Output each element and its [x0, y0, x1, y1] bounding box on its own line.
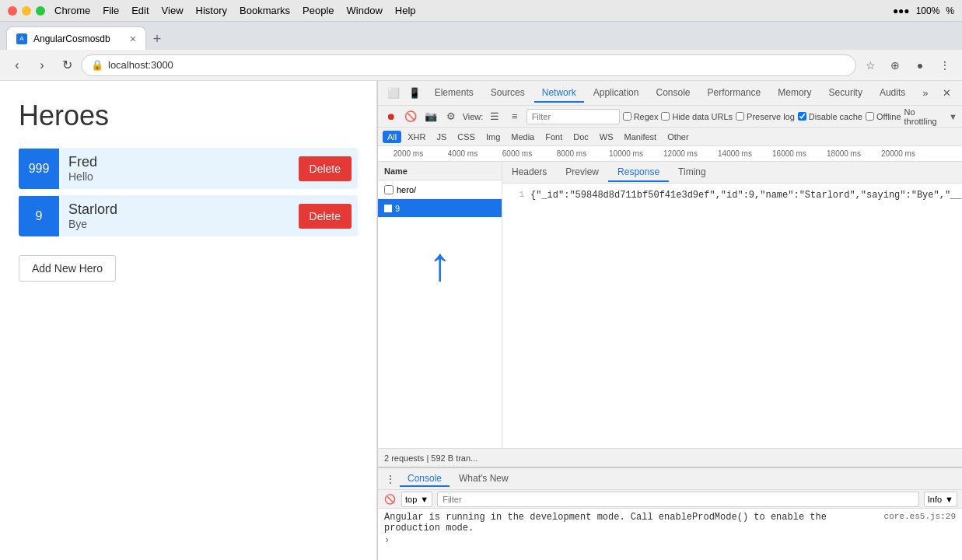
console-tab-console[interactable]: Console [400, 471, 450, 487]
menu-chrome[interactable]: Chrome [54, 5, 90, 16]
menu-view[interactable]: View [162, 5, 184, 16]
console-toolbar: 🚫 top ▼ Info ▼ [378, 490, 962, 509]
timeline-bar: 2000 ms 4000 ms 6000 ms 8000 ms 10000 ms… [378, 146, 962, 162]
tab-console[interactable]: Console [648, 84, 698, 103]
menu-people[interactable]: People [303, 5, 334, 16]
tab-memory[interactable]: Memory [770, 84, 819, 103]
offline-checkbox[interactable] [866, 112, 874, 121]
extensions-icon[interactable]: ⊕ [884, 54, 906, 76]
disable-cache-checkbox[interactable] [798, 112, 806, 121]
network-status: 2 requests | 592 B tran... [378, 448, 962, 467]
maximize-button[interactable] [36, 6, 45, 16]
tab-sources[interactable]: Sources [483, 84, 533, 103]
offline-label: Offline [866, 112, 901, 121]
menu-bookmarks[interactable]: Bookmarks [240, 5, 290, 16]
network-item-name-hero: hero/ [397, 185, 416, 194]
nav-bar: ‹ › ↻ 🔒 localhost:3000 ☆ ⊕ ● ⋮ [0, 50, 962, 81]
tab-application[interactable]: Application [586, 84, 647, 103]
top-selector[interactable]: top ▼ [401, 492, 432, 507]
console-content: Angular is running in the development mo… [378, 509, 962, 560]
hero-saying-starlord: Bye [68, 218, 289, 230]
menu-history[interactable]: History [196, 5, 227, 16]
network-detail: Headers Preview Response Timing 1 {"_id"… [502, 162, 962, 448]
bookmark-star-icon[interactable]: ☆ [859, 54, 881, 76]
hero-card-starlord[interactable]: 9 Starlord Bye Delete [19, 195, 358, 236]
waterfall-button[interactable]: ≡ [506, 107, 523, 126]
list-view-button[interactable]: ☰ [486, 107, 503, 126]
hero-card-fred[interactable]: 999 Fred Hello Delete [19, 148, 358, 189]
forward-button[interactable]: › [31, 54, 53, 76]
console-log-angular: Angular is running in the development mo… [384, 512, 956, 534]
tab-security[interactable]: Security [821, 84, 870, 103]
regex-checkbox[interactable] [623, 112, 631, 121]
filter-ws[interactable]: WS [595, 131, 618, 143]
detail-tab-headers[interactable]: Headers [502, 163, 556, 182]
address-bar[interactable]: 🔒 localhost:3000 [81, 54, 856, 76]
console-menu-icon[interactable]: ⋮ [383, 471, 398, 487]
devtools-close-icon[interactable]: ✕ [938, 84, 956, 103]
window-controls [8, 6, 45, 16]
browser-tab[interactable]: A AngularCosmosdb × [6, 26, 146, 50]
menu-help[interactable]: Help [395, 5, 416, 16]
menu-file[interactable]: File [103, 5, 119, 16]
filter-font[interactable]: Font [540, 131, 567, 143]
devtools-device-icon[interactable]: 📱 [405, 84, 423, 103]
filter-doc[interactable]: Doc [568, 131, 593, 143]
network-item-9[interactable]: 9 [378, 199, 502, 218]
menu-window[interactable]: Window [347, 5, 383, 16]
delete-button-fred[interactable]: Delete [299, 156, 352, 181]
no-throttling-text: No throttling [904, 107, 946, 126]
item-checkbox-hero[interactable] [384, 185, 394, 194]
record-button[interactable]: ⏺ [383, 107, 400, 126]
devtools-inspect-icon[interactable]: ⬜ [384, 84, 402, 103]
menu-edit[interactable]: Edit [131, 5, 149, 16]
tab-audits[interactable]: Audits [872, 84, 913, 103]
devtools-more-icon[interactable]: » [916, 84, 934, 103]
minimize-button[interactable] [22, 6, 31, 16]
delete-button-starlord[interactable]: Delete [299, 204, 352, 229]
filter-input[interactable] [526, 109, 620, 124]
reload-button[interactable]: ↻ [56, 54, 78, 76]
close-button[interactable] [8, 6, 17, 16]
tab-network[interactable]: Network [534, 84, 584, 103]
console-prompt-icon[interactable]: › [384, 535, 956, 546]
filter-js[interactable]: JS [432, 131, 451, 143]
top-selector-chevron-icon: ▼ [420, 495, 429, 504]
devtools-tabs: Elements Sources Network Application Con… [427, 84, 914, 103]
filter-css[interactable]: CSS [453, 131, 480, 143]
filter-xhr[interactable]: XHR [403, 131, 430, 143]
tab-elements[interactable]: Elements [427, 84, 481, 103]
tab-bar: A AngularCosmosdb × + [0, 22, 962, 50]
detail-tab-response[interactable]: Response [608, 163, 669, 182]
info-level-selector[interactable]: Info ▼ [924, 492, 957, 507]
preserve-log-checkbox[interactable] [736, 112, 744, 121]
menu-dots-icon[interactable]: ⋮ [934, 54, 956, 76]
tab-title: AngularCosmosdb [33, 33, 110, 44]
url-text: localhost:3000 [108, 59, 173, 71]
new-tab-button[interactable]: + [146, 28, 168, 50]
detail-tab-preview[interactable]: Preview [556, 163, 608, 182]
network-item-hero[interactable]: hero/ [378, 180, 502, 199]
hide-data-checkbox[interactable] [661, 112, 670, 121]
tab-performance[interactable]: Performance [700, 84, 769, 103]
filter-img[interactable]: Img [481, 131, 505, 143]
camera-button[interactable]: 📷 [422, 107, 439, 126]
console-no-icon[interactable]: 🚫 [383, 492, 397, 506]
network-request-list: Name hero/ 9 ↑ [378, 162, 502, 448]
filter-all[interactable]: All [383, 131, 401, 143]
console-filter-input[interactable] [437, 492, 919, 507]
tab-close-button[interactable]: × [130, 33, 136, 45]
profile-icon[interactable]: ● [909, 54, 931, 76]
filter-other[interactable]: Other [663, 131, 694, 143]
upload-arrow-area: ↑ [378, 218, 502, 311]
back-button[interactable]: ‹ [6, 54, 28, 76]
network-name-header: Name [378, 162, 502, 180]
filter-media[interactable]: Media [506, 131, 539, 143]
console-tab-whatsnew[interactable]: What's New [451, 471, 516, 487]
filter-button[interactable]: ⚙ [443, 107, 460, 126]
add-hero-button[interactable]: Add New Hero [19, 255, 116, 282]
detail-tab-timing[interactable]: Timing [669, 163, 715, 182]
filter-manifest[interactable]: Manifest [620, 131, 662, 143]
throttle-chevron-icon[interactable]: ▼ [949, 112, 957, 121]
clear-button[interactable]: 🚫 [403, 107, 420, 126]
